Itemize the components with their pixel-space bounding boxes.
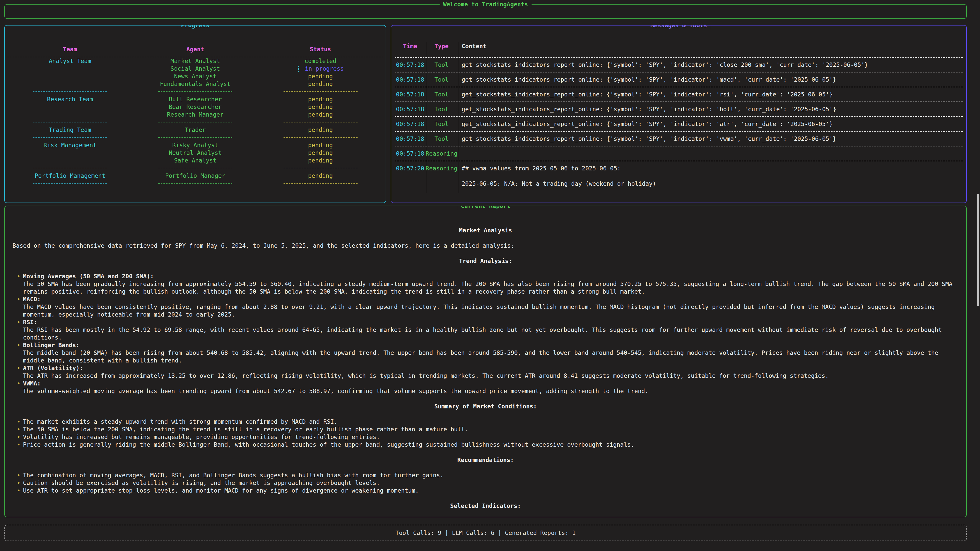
- bullet-icon: •: [13, 318, 23, 341]
- bullet-icon: •: [13, 418, 23, 426]
- message-content-line: get_stockstats_indicators_report_online:…: [462, 91, 963, 98]
- progress-row: Research TeamBull Researcherpending: [7, 95, 383, 103]
- message-type: Reasoning: [425, 165, 458, 187]
- message-row: 00:57:18Toolget_stockstats_indicators_re…: [395, 73, 963, 87]
- group-separator-line: [283, 168, 358, 172]
- bullet-label: VWMA:: [23, 380, 959, 387]
- bullet-icon: •: [13, 295, 23, 318]
- progress-row: Fundamentals Analystpending: [7, 80, 383, 88]
- bullet-item: •Caution should be exercised as volatili…: [13, 479, 959, 487]
- message-content: get_stockstats_indicators_report_online:…: [458, 105, 963, 113]
- message-content-line: get_stockstats_indicators_report_online:…: [462, 76, 963, 83]
- report-heading: Selected Indicators:: [13, 502, 959, 510]
- message-time: 00:57:18: [395, 150, 425, 157]
- agent-name: Social Analyst: [133, 65, 258, 73]
- progress-row: Analyst TeamMarket Analystcompleted: [7, 57, 383, 65]
- message-content-line: get_stockstats_indicators_report_online:…: [462, 120, 963, 128]
- group-separator: [7, 164, 383, 172]
- messages-panel-title: Messages & Tools: [647, 25, 711, 29]
- progress-panel: Progress Team Agent Status Analyst TeamM…: [4, 25, 386, 203]
- team-name-empty: [7, 103, 133, 111]
- report-heading: Recommendations:: [13, 456, 959, 464]
- group-separator-line: [33, 183, 107, 187]
- group-separator-line: [283, 91, 358, 95]
- team-name: Research Team: [7, 95, 133, 103]
- message-content: ## vwma values from 2025-05-06 to 2025-0…: [458, 165, 963, 187]
- bullet-item: •Use ATR to set appropriate stop-loss le…: [13, 487, 959, 494]
- team-name: Analyst Team: [7, 57, 133, 65]
- bullet-text: Price action is generally riding the mid…: [23, 441, 959, 448]
- group-separator: [7, 179, 383, 187]
- agent-name: Research Manager: [133, 111, 258, 118]
- report-heading: Market Analysis: [13, 227, 959, 234]
- bullet-text: The combination of moving averages, MACD…: [23, 472, 959, 479]
- bullet-text: Bollinger Bands:The middle band (20 SMA)…: [23, 341, 959, 364]
- message-time: 00:57:20: [395, 165, 425, 187]
- column-header-content: Content: [458, 42, 963, 50]
- message-row: 00:57:18Toolget_stockstats_indicators_re…: [395, 87, 963, 102]
- message-row: 00:57:18Toolget_stockstats_indicators_re…: [395, 58, 963, 72]
- agent-name: News Analyst: [133, 73, 258, 80]
- agent-status: pending: [258, 111, 383, 118]
- message-content: get_stockstats_indicators_report_online:…: [458, 120, 963, 128]
- agent-name: Bull Researcher: [133, 95, 258, 103]
- bullet-label: MACD:: [23, 295, 959, 303]
- message-time: 00:57:18: [395, 120, 425, 128]
- message-content-line: ## vwma values from 2025-05-06 to 2025-0…: [462, 165, 963, 172]
- column-header-team: Team: [7, 45, 133, 53]
- message-content-line: get_stockstats_indicators_report_online:…: [462, 135, 963, 143]
- bullet-item: •The combination of moving averages, MAC…: [13, 472, 959, 479]
- progress-panel-title: Progress: [178, 25, 213, 29]
- message-type: Tool: [425, 105, 458, 113]
- scrollbar-thumb[interactable]: [977, 194, 979, 306]
- bullet-text: ATR (Volatility):The ATR has increased f…: [23, 364, 959, 380]
- bullet-item: •Bollinger Bands:The middle band (20 SMA…: [13, 341, 959, 364]
- message-row: 00:57:18Reasoning: [395, 146, 963, 161]
- report-panel-title: Current Report: [457, 206, 514, 210]
- team-name-empty: [7, 65, 133, 73]
- team-name-empty: [7, 157, 133, 164]
- progress-row: Safe Analystpending: [7, 157, 383, 164]
- bullet-item: •RSI:The RSI has been mostly in the 54.9…: [13, 318, 959, 341]
- column-header-agent: Agent: [133, 45, 258, 53]
- message-content: get_stockstats_indicators_report_online:…: [458, 76, 963, 83]
- bullet-text: RSI:The RSI has been mostly in the 54.92…: [23, 318, 959, 341]
- team-name-empty: [7, 73, 133, 80]
- bullet-icon: •: [13, 479, 23, 487]
- agent-name: Fundamentals Analyst: [133, 80, 258, 88]
- team-name: Portfolio Management: [7, 172, 133, 179]
- top-row: Progress Team Agent Status Analyst TeamM…: [4, 25, 967, 203]
- progress-row: News Analystpending: [7, 73, 383, 80]
- terminal-screen: Welcome to TradingAgents Progress Team A…: [0, 0, 980, 551]
- bullet-icon: •: [13, 272, 23, 295]
- team-name-empty: [7, 111, 133, 118]
- welcome-panel: Welcome to TradingAgents: [4, 4, 967, 19]
- agent-status: pending: [258, 73, 383, 80]
- stats-bar: Tool Calls: 9 | LLM Calls: 6 | Generated…: [4, 525, 967, 541]
- message-content: get_stockstats_indicators_report_online:…: [458, 61, 963, 68]
- column-header-time: Time: [395, 42, 425, 50]
- message-row: 00:57:20Reasoning## vwma values from 202…: [395, 161, 963, 191]
- group-separator-line: [33, 91, 107, 95]
- progress-row: Risk ManagementRisky Analystpending: [7, 141, 383, 149]
- bullet-item: •MACD:The MACD values have been consiste…: [13, 295, 959, 318]
- bullet-text: Use ATR to set appropriate stop-loss lev…: [23, 487, 959, 494]
- message-type: Tool: [425, 135, 458, 143]
- group-separator-line: [158, 137, 232, 141]
- progress-table-header: Team Agent Status: [7, 45, 383, 53]
- agent-status: pending: [258, 103, 383, 111]
- message-time: 00:57:18: [395, 105, 425, 113]
- bullet-text: MACD:The MACD values have been consisten…: [23, 295, 959, 318]
- agent-status: pending: [258, 172, 383, 179]
- bullet-list: •Moving Averages (50 SMA and 200 SMA):Th…: [13, 272, 959, 395]
- agent-status: pending: [258, 149, 383, 157]
- bullet-icon: •: [13, 472, 23, 479]
- message-content-line: get_stockstats_indicators_report_online:…: [462, 61, 963, 68]
- agent-status: ⡇ in_progress: [258, 65, 383, 73]
- agent-name: Portfolio Manager: [133, 172, 258, 179]
- bullet-text: The market exhibits a steady upward tren…: [23, 418, 959, 426]
- progress-table: Team Agent Status Analyst TeamMarket Ana…: [5, 25, 386, 187]
- bullet-icon: •: [13, 441, 23, 448]
- message-type: Reasoning: [425, 150, 458, 157]
- team-name: Trading Team: [7, 126, 133, 134]
